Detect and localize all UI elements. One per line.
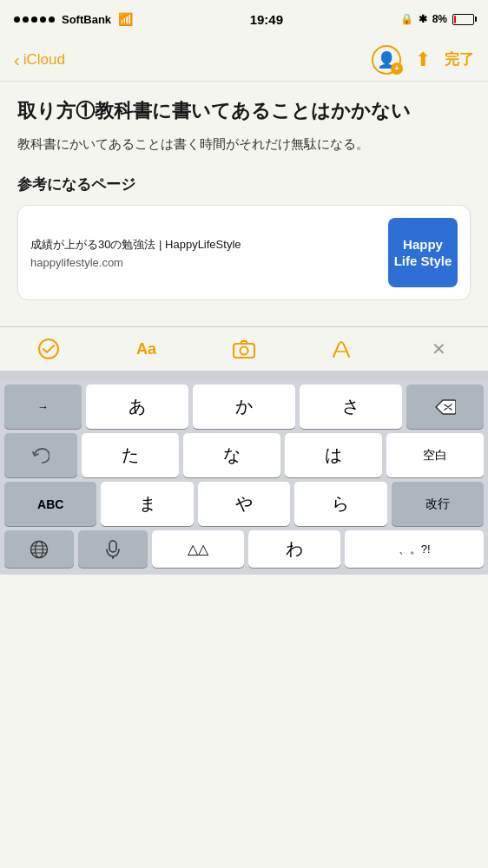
key-ra[interactable]: ら xyxy=(294,482,386,526)
share-button[interactable]: ⬆ xyxy=(415,49,431,71)
key-dakuten[interactable]: △△ xyxy=(152,530,244,568)
keyboard-row-2: た な は 空白 xyxy=(0,429,488,477)
key-ya[interactable]: や xyxy=(198,482,290,526)
nav-bar: ‹ iCloud 👤 + ⬆ 完了 xyxy=(0,38,488,82)
check-button[interactable] xyxy=(30,330,68,368)
lock-icon: 🔒 xyxy=(400,13,413,25)
key-backspace[interactable] xyxy=(406,385,484,429)
section-header: 参考になるページ xyxy=(17,174,471,194)
back-button[interactable]: ‹ iCloud xyxy=(14,51,65,69)
status-bar: SoftBank 📶 19:49 🔒 ✱ 8% xyxy=(0,0,488,38)
key-na[interactable]: な xyxy=(183,433,280,477)
link-text-area: 成績が上がる30の勉強法 | HappyLifeStyle happylifes… xyxy=(30,237,378,269)
signal-icon xyxy=(14,16,55,23)
svg-rect-1 xyxy=(234,344,254,358)
note-content: 取り方①教科書に書いてあることはかかない 教科書にかいてあることは書く時間がそれ… xyxy=(0,82,488,326)
svg-rect-5 xyxy=(109,541,116,552)
key-sa[interactable]: さ xyxy=(300,385,402,429)
carrier-label: SoftBank xyxy=(62,13,111,26)
key-space[interactable]: 空白 xyxy=(386,433,484,477)
key-return[interactable]: 改行 xyxy=(392,482,484,526)
status-right: 🔒 ✱ 8% xyxy=(400,13,474,25)
add-person-button[interactable]: 👤 + xyxy=(372,45,401,75)
back-label: iCloud xyxy=(23,51,65,69)
keyboard-separator xyxy=(0,372,488,380)
key-punct[interactable]: 、。?! xyxy=(345,530,484,568)
keyboard-row-3: ABC ま や ら 改行 xyxy=(0,477,488,526)
svg-point-2 xyxy=(240,347,247,355)
key-ma[interactable]: ま xyxy=(101,482,193,526)
svg-point-0 xyxy=(39,339,58,358)
key-globe[interactable] xyxy=(4,530,74,568)
key-a[interactable]: あ xyxy=(86,385,188,429)
key-mic[interactable] xyxy=(78,530,148,568)
camera-button[interactable] xyxy=(225,330,263,368)
key-undo[interactable] xyxy=(4,433,77,477)
back-chevron-icon: ‹ xyxy=(14,51,20,69)
key-ka[interactable]: か xyxy=(193,385,295,429)
close-button[interactable]: ✕ xyxy=(420,330,458,368)
font-button[interactable]: Aa xyxy=(128,330,166,368)
status-left: SoftBank 📶 xyxy=(14,12,133,26)
keyboard-row-4: △△ わ 、。?! xyxy=(0,526,488,575)
link-card[interactable]: 成績が上がる30の勉強法 | HappyLifeStyle happylifes… xyxy=(17,205,471,300)
key-ha[interactable]: は xyxy=(285,433,382,477)
thumbnail-text: Happy Life Style xyxy=(393,236,452,270)
note-title[interactable]: 取り方①教科書に書いてあることはかかない xyxy=(17,99,471,124)
wifi-icon: 📶 xyxy=(118,12,133,26)
time-display: 19:49 xyxy=(250,12,283,27)
key-wa[interactable]: わ xyxy=(248,530,340,568)
nav-actions: 👤 + ⬆ 完了 xyxy=(372,45,474,75)
link-title: 成績が上がる30の勉強法 | HappyLifeStyle xyxy=(30,237,378,253)
bluetooth-icon: ✱ xyxy=(419,13,427,25)
keyboard-row-1: → あ か さ xyxy=(0,380,488,429)
font-icon: Aa xyxy=(136,340,156,358)
link-thumbnail: Happy Life Style xyxy=(388,218,458,287)
keyboard: → あ か さ た な は 空白 ABC ま や ら 改行 xyxy=(0,380,488,575)
plus-icon: + xyxy=(391,62,403,75)
link-url: happylifestyle.com xyxy=(30,256,378,269)
close-icon: ✕ xyxy=(432,339,446,359)
key-ta[interactable]: た xyxy=(82,433,179,477)
pen-button[interactable] xyxy=(322,330,360,368)
key-arrow[interactable]: → xyxy=(4,385,82,429)
note-body[interactable]: 教科書にかいてあることは書く時間がそれだけ無駄になる。 xyxy=(17,135,471,155)
battery-icon xyxy=(452,14,474,25)
note-toolbar: Aa ✕ xyxy=(0,326,488,372)
key-abc[interactable]: ABC xyxy=(4,482,96,526)
done-button[interactable]: 完了 xyxy=(445,49,474,69)
battery-percent: 8% xyxy=(432,13,447,25)
